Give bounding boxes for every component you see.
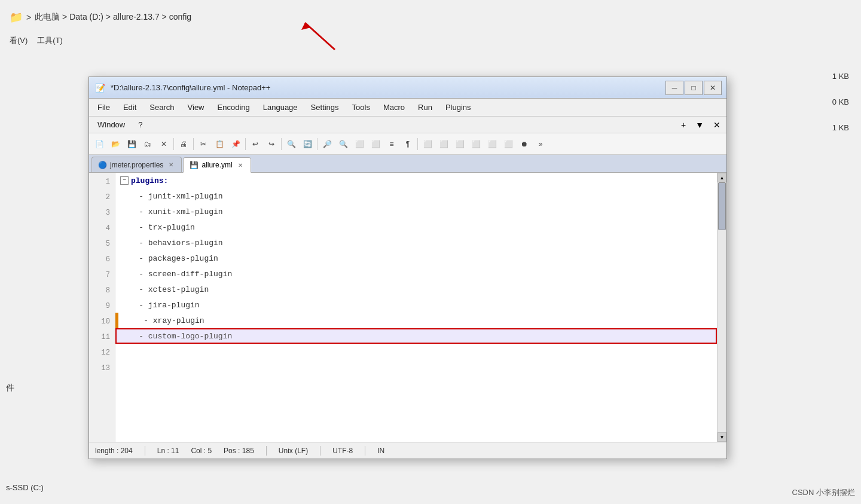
code-line-1: −plugins: bbox=[115, 173, 717, 188]
tab-jmeter[interactable]: 🔵 jmeter.properties ✕ bbox=[91, 157, 182, 172]
tab-label-allure: allure.yml bbox=[201, 161, 232, 169]
status-ln: Ln : 11 bbox=[157, 447, 179, 455]
toolbar-b3[interactable]: ¶ bbox=[400, 136, 416, 152]
menu-help[interactable]: ? bbox=[132, 118, 148, 131]
toolbar-open[interactable]: 📂 bbox=[108, 136, 123, 152]
vertical-scrollbar[interactable]: ▲ ▼ bbox=[717, 173, 726, 442]
code-line-5: - behaviors-plugin bbox=[115, 235, 717, 251]
toolbar-paste[interactable]: 📌 bbox=[228, 136, 243, 152]
menu-run[interactable]: Run bbox=[412, 101, 438, 114]
status-length: length : 204 bbox=[95, 447, 133, 455]
toolbar-print[interactable]: 🖨 bbox=[176, 136, 191, 152]
toolbar-b5[interactable]: ⬜ bbox=[436, 136, 451, 152]
scrollbar-track[interactable] bbox=[718, 182, 726, 432]
fold-marker-1[interactable]: − bbox=[120, 176, 129, 185]
toolbar-b8[interactable]: ⬜ bbox=[484, 136, 500, 152]
menu-edit[interactable]: Edit bbox=[117, 101, 142, 114]
toolbar: 📄 📂 💾 🗂 ✕ 🖨 ✂ 📋 📌 ↩ ↪ 🔍 🔄 🔎 🔍 ⬜ ⬜ ≡ ¶ ⬜ … bbox=[89, 133, 726, 155]
explorer-addressbar: 📁 > 此电脑 > Data (D:) > allure-2.13.7 > co… bbox=[0, 6, 861, 29]
toolbar-sep-4 bbox=[281, 138, 282, 150]
menu-encoding[interactable]: Encoding bbox=[212, 101, 256, 114]
line-num-8: 8 bbox=[89, 283, 115, 298]
scrollbar-up-button[interactable]: ▲ bbox=[718, 173, 726, 182]
status-sep-2 bbox=[266, 446, 267, 456]
toolbar-zoom-in[interactable]: 🔎 bbox=[319, 136, 335, 152]
close-tab-button[interactable]: ✕ bbox=[710, 119, 724, 131]
tab-dropdown-button[interactable]: ▼ bbox=[692, 119, 707, 131]
toolbar-cut[interactable]: ✂ bbox=[196, 136, 211, 152]
breadcrumb-thispc: 此电脑 > Data (D:) > allure-2.13.7 > config bbox=[35, 12, 191, 23]
toolbar-close[interactable]: ✕ bbox=[156, 136, 172, 152]
toolbar-undo[interactable]: ↩ bbox=[248, 136, 263, 152]
tab-icon-allure: 💾 bbox=[190, 161, 198, 169]
line-num-12: 12 bbox=[89, 345, 115, 361]
line-num-4: 4 bbox=[89, 221, 115, 236]
explorer-menu-tools[interactable]: 工具(T) bbox=[37, 35, 63, 46]
toolbar-new[interactable]: 📄 bbox=[91, 136, 107, 152]
toolbar-redo[interactable]: ↪ bbox=[264, 136, 279, 152]
menu-macro[interactable]: Macro bbox=[377, 101, 411, 114]
csdn-watermark: CSDN 小李别摆烂 bbox=[792, 487, 855, 498]
scrollbar-thumb[interactable] bbox=[718, 182, 726, 230]
toolbar-record[interactable]: ⏺ bbox=[517, 136, 532, 152]
code-line-11: - custom-logo-plugin bbox=[115, 328, 717, 344]
toolbar-replace[interactable]: 🔄 bbox=[300, 136, 315, 152]
file-size-panel: 1 KB 0 KB 1 KB bbox=[765, 72, 861, 132]
tab-close-jmeter[interactable]: ✕ bbox=[167, 161, 175, 169]
toolbar-indent[interactable]: ≡ bbox=[384, 136, 399, 152]
code-line-9: - jira-plugin bbox=[115, 297, 717, 313]
menu-view[interactable]: View bbox=[182, 101, 210, 114]
toolbar-b1[interactable]: ⬜ bbox=[352, 136, 367, 152]
tab-bar: 🔵 jmeter.properties ✕ 💾 allure.yml ✕ bbox=[89, 155, 726, 173]
explorer-menu-view[interactable]: 看(V) bbox=[10, 35, 28, 46]
keyword-plugins: plugins: bbox=[131, 176, 168, 185]
toolbar-find[interactable]: 🔍 bbox=[283, 136, 299, 152]
toolbar-sep-1 bbox=[173, 138, 174, 150]
toolbar-b4[interactable]: ⬜ bbox=[420, 136, 435, 152]
status-eol: Unix (LF) bbox=[279, 447, 308, 455]
scrollbar-down-button[interactable]: ▼ bbox=[718, 432, 726, 442]
toolbar-b6[interactable]: ⬜ bbox=[452, 136, 468, 152]
code-content[interactable]: −plugins: - junit-xml-plugin - xunit-xml… bbox=[115, 173, 717, 442]
toolbar-more[interactable]: » bbox=[533, 136, 548, 152]
status-sep-3 bbox=[320, 446, 320, 456]
tab-label-jmeter: jmeter.properties bbox=[110, 161, 163, 169]
menu-window[interactable]: Window bbox=[91, 118, 131, 131]
toolbar-sep-2 bbox=[193, 138, 194, 150]
maximize-button[interactable]: □ bbox=[685, 81, 703, 95]
folder-icon: 📁 bbox=[10, 11, 23, 24]
window-controls: ─ □ ✕ bbox=[665, 81, 722, 95]
toolbar-save-all[interactable]: 🗂 bbox=[140, 136, 155, 152]
menu-plugins[interactable]: Plugins bbox=[439, 101, 477, 114]
file-label: 件 bbox=[6, 383, 14, 393]
status-sep-1 bbox=[145, 446, 145, 456]
new-tab-button[interactable]: + bbox=[677, 119, 689, 131]
explorer-menubar: 看(V) 工具(T) bbox=[0, 33, 861, 48]
code-line-6: - packages-plugin bbox=[115, 251, 717, 266]
breadcrumb-sep: > bbox=[26, 13, 31, 22]
menu-settings[interactable]: Settings bbox=[305, 101, 345, 114]
line-num-7: 7 bbox=[89, 267, 115, 283]
tab-allure[interactable]: 💾 allure.yml ✕ bbox=[183, 157, 251, 173]
filesize-1: 1 KB bbox=[765, 72, 849, 81]
tab-close-allure[interactable]: ✕ bbox=[236, 161, 245, 169]
close-button[interactable]: ✕ bbox=[704, 81, 722, 95]
menu-bar: File Edit Search View Encoding Language … bbox=[89, 99, 726, 117]
toolbar-sep-5 bbox=[317, 138, 317, 150]
toolbar-sep-6 bbox=[417, 138, 418, 150]
minimize-button[interactable]: ─ bbox=[665, 81, 683, 95]
status-mode: IN bbox=[377, 447, 384, 455]
status-bar: length : 204 Ln : 11 Col : 5 Pos : 185 U… bbox=[89, 442, 726, 459]
toolbar-zoom-out[interactable]: 🔍 bbox=[335, 136, 351, 152]
toolbar-b7[interactable]: ⬜ bbox=[468, 136, 484, 152]
menu-file[interactable]: File bbox=[91, 101, 116, 114]
menu-language[interactable]: Language bbox=[257, 101, 304, 114]
menu-tools[interactable]: Tools bbox=[346, 101, 376, 114]
line-num-9: 9 bbox=[89, 298, 115, 314]
titlebar: 📝 *D:\allure-2.13.7\config\allure.yml - … bbox=[89, 77, 726, 99]
toolbar-save[interactable]: 💾 bbox=[124, 136, 139, 152]
toolbar-b2[interactable]: ⬜ bbox=[368, 136, 383, 152]
toolbar-b9[interactable]: ⬜ bbox=[500, 136, 516, 152]
menu-search[interactable]: Search bbox=[144, 101, 180, 114]
toolbar-copy[interactable]: 📋 bbox=[212, 136, 227, 152]
